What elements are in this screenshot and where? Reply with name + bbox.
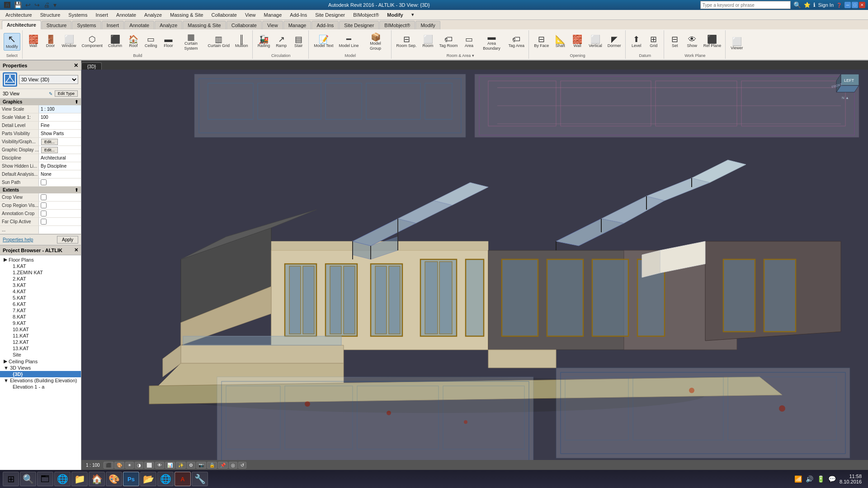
- wall-btn[interactable]: 🧱Wall: [25, 34, 42, 50]
- tab-massing[interactable]: Massing & Site: [183, 21, 226, 29]
- nav-cube[interactable]: LEFT FRONT N ▲: [827, 65, 863, 101]
- menu-view[interactable]: View: [241, 11, 259, 19]
- view-type-select[interactable]: 3D View: {3D}: [19, 75, 78, 84]
- crop-view-checkbox[interactable]: [41, 194, 47, 200]
- search-input[interactable]: [700, 1, 791, 9]
- menu-insert[interactable]: Insert: [92, 11, 112, 19]
- room-btn[interactable]: ⬜Room: [420, 34, 436, 50]
- crop-region-checkbox[interactable]: [41, 202, 47, 208]
- edit-type-icon[interactable]: ✎: [49, 91, 52, 96]
- floor-11kat[interactable]: 11.KAT: [0, 333, 81, 339]
- vc-workset[interactable]: ⚙: [187, 462, 195, 469]
- tab-annotate[interactable]: Annotate: [124, 21, 154, 29]
- grid-btn[interactable]: ⊞Grid: [646, 34, 662, 50]
- quick-access-toolbar[interactable]: 🅰 💾 ↩ ↪ 🖨 ▾: [3, 1, 58, 9]
- component-btn[interactable]: ⬡Component: [80, 34, 105, 50]
- floor-5kat[interactable]: 5.KAT: [0, 295, 81, 301]
- print-btn[interactable]: 🖨: [42, 1, 51, 9]
- model-text-btn[interactable]: 📝Model Text: [311, 34, 335, 50]
- vc-camera[interactable]: 📷: [196, 462, 206, 469]
- floor-btn[interactable]: ▬Floor: [160, 34, 177, 50]
- app1-btn[interactable]: 🏠: [89, 472, 105, 486]
- clock[interactable]: 11:58 8.10.2016: [840, 474, 862, 484]
- floor-site[interactable]: Site: [0, 352, 81, 358]
- elevations-group[interactable]: ▼ Elevations (Building Elevation): [0, 377, 81, 384]
- help-icon[interactable]: ❓: [836, 3, 842, 8]
- info-icon[interactable]: ℹ: [813, 2, 816, 8]
- floor-1kat[interactable]: 1.KAT: [0, 263, 81, 269]
- vc-3d-snap[interactable]: ◎: [229, 462, 237, 469]
- tray-network[interactable]: 📶: [794, 475, 802, 483]
- graphics-section-header[interactable]: Graphics ⬆: [0, 99, 81, 105]
- hidden-lines-value[interactable]: By Discipline: [38, 162, 81, 170]
- tab-modify[interactable]: Modify: [415, 21, 440, 29]
- vc-shadows[interactable]: ◑: [135, 462, 143, 469]
- menu-manage[interactable]: Manage: [260, 11, 286, 19]
- tray-message[interactable]: 💬: [828, 475, 836, 483]
- floor-10kat[interactable]: 10.KAT: [0, 326, 81, 333]
- floor-9kat[interactable]: 9.KAT: [0, 320, 81, 326]
- vc-lock[interactable]: 🔒: [207, 462, 217, 469]
- 3dviews-group[interactable]: ▼ 3D Views: [0, 365, 81, 371]
- ceiling-plans-group[interactable]: ▶ Ceiling Plans: [0, 358, 81, 365]
- dropdown-btn[interactable]: ▾: [52, 1, 58, 9]
- far-clip-checkbox[interactable]: [41, 219, 47, 225]
- parts-visibility-value[interactable]: Show Parts: [38, 130, 81, 137]
- curtain-system-btn[interactable]: ▦Curtain System: [178, 32, 205, 52]
- tray-sound[interactable]: 🔊: [806, 475, 813, 483]
- menu-collaborate[interactable]: Collaborate: [208, 11, 241, 19]
- menu-architecture[interactable]: Architecture: [2, 11, 36, 19]
- vc-view-crop[interactable]: ⬜: [144, 462, 154, 469]
- door-btn[interactable]: 🚪Door: [42, 34, 59, 50]
- elevation-1a[interactable]: Elevation 1 - a: [0, 384, 81, 390]
- file-explorer-btn[interactable]: 📁: [71, 472, 88, 486]
- ramp-btn[interactable]: ↗Ramp: [273, 34, 289, 50]
- floor-plans-group[interactable]: ▶ Floor Plans: [0, 256, 81, 263]
- vc-sun[interactable]: ☀: [125, 462, 134, 469]
- menu-annotate[interactable]: Annotate: [113, 11, 140, 19]
- apply-btn[interactable]: Apply: [57, 236, 78, 244]
- menu-dropdown[interactable]: ▾: [408, 11, 418, 19]
- discipline-value[interactable]: Architectural: [38, 154, 81, 162]
- start-btn[interactable]: ⊞: [3, 472, 19, 486]
- window-btn[interactable]: ⬜Window: [60, 34, 79, 50]
- minimize-btn[interactable]: ─: [844, 2, 851, 8]
- tray-battery[interactable]: 🔋: [817, 475, 825, 483]
- ceiling-btn[interactable]: ▭Ceiling: [142, 34, 160, 50]
- tag-room-btn[interactable]: 🏷Tag Room: [437, 34, 460, 50]
- redo-btn[interactable]: ↪: [33, 1, 41, 9]
- default-analysis-value[interactable]: None: [38, 170, 81, 178]
- edge-btn[interactable]: 🌐: [54, 472, 71, 486]
- 3d-view-3d[interactable]: {3D}: [0, 371, 81, 377]
- tab-manage[interactable]: Manage: [283, 21, 311, 29]
- roof-btn[interactable]: 🏠Roof: [125, 34, 142, 50]
- menu-structure[interactable]: Structure: [37, 11, 64, 19]
- menu-modify[interactable]: Modify: [383, 11, 406, 19]
- vc-visual-style[interactable]: 🎨: [114, 462, 124, 469]
- window-controls[interactable]: ─ □ ✕: [844, 2, 865, 8]
- vc-pin[interactable]: 📌: [218, 462, 228, 469]
- visibility-edit-btn[interactable]: Edit...: [41, 139, 58, 145]
- vc-analysis[interactable]: 📊: [165, 462, 175, 469]
- star-icon[interactable]: ⭐: [804, 2, 811, 8]
- menu-systems[interactable]: Systems: [65, 11, 91, 19]
- menu-site-designer[interactable]: Site Designer: [311, 11, 349, 19]
- search-taskbar-btn[interactable]: 🔍: [20, 472, 36, 486]
- vc-highlight[interactable]: ✨: [176, 462, 186, 469]
- column-btn[interactable]: ⬛Column: [106, 34, 124, 50]
- tab-site-designer[interactable]: Site Designer: [339, 21, 379, 29]
- floor-4kat[interactable]: 4.KAT: [0, 288, 81, 295]
- maximize-btn[interactable]: □: [852, 2, 858, 8]
- dormer-btn[interactable]: ◤Dormer: [605, 34, 623, 50]
- tab-addins[interactable]: Add-Ins: [311, 21, 339, 29]
- viewport[interactable]: {3D}: [81, 61, 868, 470]
- sign-in-btn[interactable]: Sign In: [818, 2, 834, 8]
- undo-btn[interactable]: ↩: [24, 1, 32, 9]
- viewer-btn[interactable]: ⬜Viewer: [728, 36, 745, 52]
- floor-8kat[interactable]: 8.KAT: [0, 314, 81, 320]
- task-view-btn[interactable]: 🗔: [37, 472, 53, 486]
- graphic-display-edit-btn[interactable]: Edit...: [41, 147, 58, 153]
- ref-plane-btn[interactable]: ⬛Ref Plane: [701, 34, 724, 50]
- revit-icon[interactable]: 🅰: [3, 1, 12, 9]
- properties-close-btn[interactable]: ✕: [74, 62, 78, 69]
